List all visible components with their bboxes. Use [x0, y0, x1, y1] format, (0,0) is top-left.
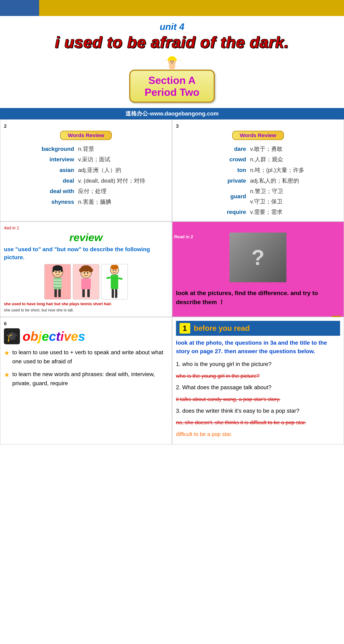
svg-point-30 [87, 272, 88, 274]
vocab-word: interview [4, 154, 78, 165]
vocab-meaning: n.警卫；守卫v.守卫；保卫 [250, 186, 340, 206]
vocab-meaning: adj.亚洲（人）的 [78, 165, 168, 175]
objectives-header: 🎓 objectives [4, 328, 168, 344]
section-line1: Section A [145, 74, 199, 86]
vocab-row: interview v.采访；面试 [4, 154, 168, 165]
vocab-meaning: v.采访；面试 [78, 154, 168, 165]
svg-point-27 [81, 266, 85, 270]
svg-rect-19 [54, 282, 62, 284]
angel-image [161, 54, 183, 72]
q2-num: 2. [176, 384, 182, 390]
svg-rect-20 [54, 285, 62, 286]
svg-rect-42 [115, 289, 117, 298]
svg-rect-33 [87, 289, 90, 297]
vocab-word: ton [176, 165, 250, 175]
unit-label: unit 4 [4, 21, 340, 32]
vocab-word: shyness [4, 197, 78, 207]
svg-rect-21 [54, 289, 57, 297]
vocab-row: private adj.私人的；私密的 [176, 176, 340, 186]
cartoon-area [4, 264, 168, 300]
cell-words-review-left: 2 Words Review background n.背景 interview… [0, 120, 172, 222]
objective-item-2: ★ to learn the new words and phrases: de… [4, 370, 168, 388]
svg-point-36 [113, 270, 114, 271]
svg-rect-41 [112, 289, 114, 298]
vocab-word: deal with [4, 186, 78, 196]
svg-rect-40 [118, 277, 123, 280]
vocab-meaning: n.害羞；腼腆 [78, 197, 168, 207]
vocab-meaning: adj.私人的；私密的 [250, 176, 340, 186]
cell-number-2: 2 [4, 123, 168, 129]
obj-text-2: to learn the new words and phrases: deal… [12, 370, 168, 388]
words-review-label-right: Words Review [232, 131, 284, 140]
vocab-row: deal with 应付；处理 [4, 186, 168, 196]
svg-point-37 [115, 270, 116, 271]
vocab-meaning: 应付；处理 [78, 186, 168, 196]
vocab-word: require [176, 207, 250, 217]
cell-review: 4ad in 1 review use "used to" and "but n… [0, 222, 172, 317]
vocab-meaning: n.吨；(pl.)大量；许多 [250, 165, 340, 175]
banner-right-yellow [39, 0, 344, 16]
objectives-title: objectives [23, 329, 85, 344]
q2-answer: it talks about candy wang, a pop star's … [176, 396, 280, 402]
vocab-meaning: n.人群；观众 [250, 154, 340, 165]
vocab-word: background [4, 144, 78, 154]
header-section: unit 4 i used to be afraid of the dark. [0, 16, 344, 108]
before-instruction: look at the photo, the questions in 3a a… [176, 338, 340, 356]
words-review-label-left: Words Review [60, 131, 112, 140]
vocab-meaning: v.需要；需求 [250, 207, 340, 217]
vocab-meaning: v.敢于；勇敢 [250, 144, 340, 154]
review-heading: review [4, 231, 168, 244]
vocab-row: asian adj.亚洲（人）的 [4, 165, 168, 175]
q2-text: What does the passage talk about? [182, 384, 271, 390]
cell-objectives: 6 🎓 objectives ★ to learn to use used to… [0, 317, 172, 444]
vocab-row: background n.背景 [4, 144, 168, 154]
objectives-list: ★ to learn to use used to + verb to spea… [4, 348, 168, 388]
cell-number-3: 3 [176, 123, 340, 129]
svg-rect-9 [169, 66, 171, 67]
star-icon-1: ★ [4, 348, 10, 358]
before-number: 1 [180, 323, 190, 334]
svg-rect-32 [82, 289, 85, 297]
q3-num: 3. [176, 408, 182, 414]
overlay-text-2: she used to be short, but now she is tal… [4, 308, 168, 313]
svg-rect-39 [106, 276, 111, 279]
svg-point-5 [167, 58, 170, 61]
words-review-box-right: Words Review [176, 131, 340, 140]
questions-list: 1. who is the young girl in the picture?… [176, 359, 340, 439]
svg-rect-38 [111, 275, 118, 289]
cell4-label: 4ad in 1 [4, 226, 168, 230]
vocab-row: shyness n.害羞；腼腆 [4, 197, 168, 207]
cartoon-card-1 [44, 264, 71, 300]
vocab-row: ton n.吨；(pl.)大量；许多 [176, 165, 340, 175]
cartoon-card-2 [73, 264, 99, 300]
star-icon-2: ★ [4, 370, 10, 380]
vocab-row: deal v. (dealt, dealt) 对付；对待 [4, 176, 168, 186]
review-instruction: use "used to" and "but now" to describe … [4, 245, 168, 261]
question-3: 3. does the writer think it's easy to be… [176, 406, 340, 416]
q1-text: who is the young girl in the picture? [182, 361, 271, 367]
vocab-row: dare v.敢于；勇敢 [176, 144, 340, 154]
question-3-answer-orange: difficult to be a pop star. [176, 429, 340, 439]
svg-point-29 [84, 272, 85, 274]
svg-point-6 [174, 58, 177, 61]
question-1-answer: who is the young girl in the picture? [176, 371, 340, 381]
vocab-table-right: dare v.敢于；勇敢 crowd n.人群；观众 ton n.吨；(pl.)… [176, 144, 340, 218]
words-review-box-left: Words Review [4, 131, 168, 140]
girl-photo: ? [229, 232, 286, 282]
vocab-row: guard n.警卫；守卫v.守卫；保卫 [176, 186, 340, 206]
cell-words-review-right: 3 Words Review dare v.敢于；勇敢 crowd n.人群；观… [172, 120, 344, 222]
obj-text-1: to learn to use used to + verb to speak … [12, 348, 168, 366]
overlay-text-1: she used to have long hair but she plays… [4, 301, 168, 307]
svg-rect-31 [81, 278, 91, 289]
vocab-word: asian [4, 165, 78, 175]
cartoon-card-3 [101, 264, 128, 300]
svg-point-8 [173, 61, 174, 62]
main-title: i used to be afraid of the dark. [4, 34, 340, 51]
cell5-description: look at the pictures, find the differenc… [172, 286, 344, 309]
svg-rect-10 [173, 66, 175, 67]
vocab-word: private [176, 176, 250, 186]
svg-rect-13 [53, 268, 54, 272]
cell-number-6: 6 [4, 321, 168, 326]
section-box: Section A Period Two [129, 70, 215, 103]
vocab-word: crowd [176, 154, 250, 165]
